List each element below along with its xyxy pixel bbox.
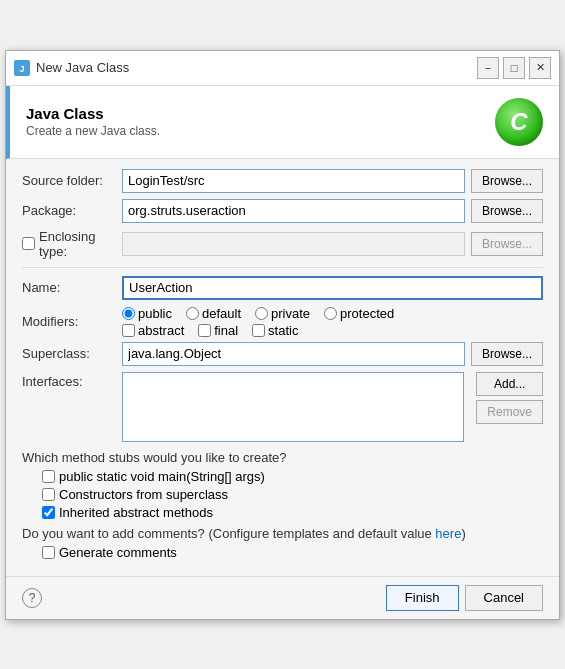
modifier-static-label: static [268,323,298,338]
superclass-input[interactable] [122,342,465,366]
stub-constructors-checkbox[interactable] [42,488,55,501]
modifier-abstract-option[interactable]: abstract [122,323,184,338]
modifier-abstract-checkbox[interactable] [122,324,135,337]
superclass-browse-button[interactable]: Browse... [471,342,543,366]
new-java-class-window: J New Java Class − □ ✕ Java Class Create… [5,50,560,620]
generate-comments-checkbox[interactable] [42,546,55,559]
enclosing-type-label-wrapper: Enclosing type: [22,229,122,259]
modifiers-row: Modifiers: public default private [22,306,543,338]
modifier-protected-option[interactable]: protected [324,306,394,321]
svg-text:J: J [19,64,24,74]
comments-section: Do you want to add comments? (Configure … [22,526,543,560]
close-button[interactable]: ✕ [529,57,551,79]
modifier-default-label: default [202,306,241,321]
enclosing-type-browse-button[interactable]: Browse... [471,232,543,256]
stub-inherited-option[interactable]: Inherited abstract methods [42,505,543,520]
source-folder-row: Source folder: Browse... [22,169,543,193]
footer-buttons: Finish Cancel [386,585,543,611]
modifier-abstract-label: abstract [138,323,184,338]
modifier-public-radio[interactable] [122,307,135,320]
stub-inherited-checkbox[interactable] [42,506,55,519]
header-text: Java Class Create a new Java class. [26,105,160,138]
interfaces-row: Interfaces: Add... Remove [22,372,543,442]
generate-comments-option[interactable]: Generate comments [42,545,543,560]
modifiers-label: Modifiers: [22,314,122,329]
modifier-protected-label: protected [340,306,394,321]
cancel-button[interactable]: Cancel [465,585,543,611]
title-bar-left: J New Java Class [14,60,129,76]
modifier-static-checkbox[interactable] [252,324,265,337]
package-row: Package: Browse... [22,199,543,223]
modifier-protected-radio[interactable] [324,307,337,320]
form-content: Source folder: Browse... Package: Browse… [6,159,559,576]
package-browse-button[interactable]: Browse... [471,199,543,223]
modifier-default-radio[interactable] [186,307,199,320]
source-folder-label: Source folder: [22,173,122,188]
comments-question-end: ) [461,526,465,541]
divider-1 [22,267,543,268]
modifiers-options: public default private protected [122,306,394,338]
minimize-button[interactable]: − [477,57,499,79]
interfaces-add-button[interactable]: Add... [476,372,543,396]
title-bar-text: New Java Class [36,60,129,75]
stub-constructors-option[interactable]: Constructors from superclass [42,487,543,502]
header-subtitle: Create a new Java class. [26,124,160,138]
source-folder-input[interactable] [122,169,465,193]
comments-question-text: Do you want to add comments? (Configure … [22,526,435,541]
interfaces-listbox [122,372,464,442]
stub-inherited-label: Inherited abstract methods [59,505,213,520]
modifier-check-group: abstract final static [122,323,394,338]
title-bar: J New Java Class − □ ✕ [6,51,559,86]
modifier-private-option[interactable]: private [255,306,310,321]
package-label: Package: [22,203,122,218]
footer: ? Finish Cancel [6,576,559,619]
superclass-row: Superclass: Browse... [22,342,543,366]
modifier-private-radio[interactable] [255,307,268,320]
stub-main-checkbox[interactable] [42,470,55,483]
title-bar-controls: − □ ✕ [477,57,551,79]
interfaces-label: Interfaces: [22,372,122,389]
stub-main-option[interactable]: public static void main(String[] args) [42,469,543,484]
modifier-public-label: public [138,306,172,321]
comments-link[interactable]: here [435,526,461,541]
modifier-private-label: private [271,306,310,321]
maximize-button[interactable]: □ [503,57,525,79]
name-label: Name: [22,280,122,295]
modifier-radio-group: public default private protected [122,306,394,321]
window-icon: J [14,60,30,76]
enclosing-type-label: Enclosing type: [39,229,122,259]
interfaces-buttons: Add... Remove [470,372,543,424]
stubs-question: Which method stubs would you like to cre… [22,450,543,465]
interfaces-remove-button[interactable]: Remove [476,400,543,424]
stubs-checks: public static void main(String[] args) C… [42,469,543,520]
modifier-final-option[interactable]: final [198,323,238,338]
java-logo-icon: C [495,98,543,146]
header-title: Java Class [26,105,160,122]
finish-button[interactable]: Finish [386,585,459,611]
superclass-label: Superclass: [22,346,122,361]
package-input[interactable] [122,199,465,223]
source-folder-browse-button[interactable]: Browse... [471,169,543,193]
modifier-public-option[interactable]: public [122,306,172,321]
comments-question: Do you want to add comments? (Configure … [22,526,543,541]
modifier-final-checkbox[interactable] [198,324,211,337]
enclosing-type-input[interactable] [122,232,465,256]
help-icon[interactable]: ? [22,588,42,608]
enclosing-type-row: Enclosing type: Browse... [22,229,543,259]
generate-comments-label: Generate comments [59,545,177,560]
name-input[interactable] [122,276,543,300]
modifier-default-option[interactable]: default [186,306,241,321]
stub-main-label: public static void main(String[] args) [59,469,265,484]
stub-constructors-label: Constructors from superclass [59,487,228,502]
name-row: Name: [22,276,543,300]
footer-left: ? [22,588,42,608]
modifier-final-label: final [214,323,238,338]
modifier-static-option[interactable]: static [252,323,298,338]
enclosing-type-checkbox[interactable] [22,237,35,250]
